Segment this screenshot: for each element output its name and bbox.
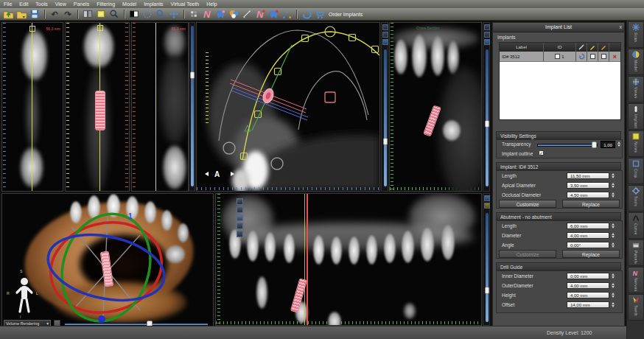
column-header-id[interactable]: ID bbox=[544, 43, 576, 52]
implant-sync-icon[interactable] bbox=[576, 52, 587, 61]
column-header-pencil-yellow-icon[interactable] bbox=[587, 43, 598, 52]
redo-icon[interactable]: ↷ bbox=[62, 9, 74, 20]
slice-handle[interactable] bbox=[97, 25, 103, 31]
implant-lock-cell[interactable] bbox=[598, 52, 609, 61]
transparency-slider-thumb[interactable] bbox=[592, 141, 597, 148]
checkbox[interactable] bbox=[555, 54, 560, 59]
spinner[interactable] bbox=[611, 223, 615, 229]
spinner[interactable] bbox=[611, 172, 615, 179]
pano-tool-button[interactable] bbox=[237, 223, 243, 229]
menu-model[interactable]: Model bbox=[122, 1, 136, 7]
slice-step-button[interactable] bbox=[484, 32, 490, 38]
replace-button[interactable]: Replace bbox=[562, 200, 620, 208]
save-icon[interactable] bbox=[29, 9, 41, 20]
spinner[interactable] bbox=[611, 232, 615, 239]
open-icon[interactable] bbox=[15, 9, 27, 20]
nerve-edit-icon[interactable]: N bbox=[254, 9, 266, 20]
implant-visible-cell[interactable] bbox=[587, 52, 598, 61]
spinner[interactable] bbox=[611, 242, 615, 248]
tooth-place-icon[interactable] bbox=[214, 9, 226, 20]
pano-tool-button[interactable] bbox=[237, 198, 243, 205]
implant-shape[interactable] bbox=[95, 91, 105, 130]
pano-tool-button[interactable] bbox=[237, 206, 243, 213]
viewport-cross-section-2[interactable] bbox=[65, 22, 130, 192]
implant-id-cell[interactable]: 1 bbox=[544, 52, 576, 61]
virtual-tooth-marker[interactable] bbox=[325, 92, 335, 102]
apical-diameter-input[interactable]: 3,50 mm bbox=[567, 182, 609, 189]
slice-indicator-line[interactable] bbox=[155, 23, 156, 191]
slice-play-button[interactable] bbox=[382, 39, 388, 45]
spinner[interactable] bbox=[611, 282, 615, 289]
layout-icon[interactable] bbox=[82, 9, 94, 20]
outer-diameter-input[interactable]: 4,00 mm bbox=[567, 282, 609, 289]
angle-measure-icon[interactable] bbox=[281, 9, 293, 20]
menu-help[interactable]: Help bbox=[206, 1, 217, 7]
scrollbar-thumb[interactable] bbox=[383, 138, 388, 145]
slice-step-button[interactable] bbox=[382, 32, 388, 38]
abutment-length-input[interactable]: 6,00 mm bbox=[567, 223, 609, 229]
undo-icon[interactable]: ↶ bbox=[49, 9, 60, 20]
select-region-icon[interactable] bbox=[141, 9, 153, 20]
column-header-label[interactable]: Label bbox=[500, 43, 544, 52]
slice-step-button[interactable] bbox=[484, 24, 490, 30]
checkbox[interactable] bbox=[590, 54, 595, 59]
slice-indicator-yellow[interactable] bbox=[304, 194, 305, 325]
tab-model[interactable]: Model bbox=[628, 49, 644, 75]
menu-implants[interactable]: Implants bbox=[144, 1, 163, 7]
inner-diameter-input[interactable]: 0,00 mm bbox=[567, 273, 609, 279]
nerve-draw-icon[interactable]: N bbox=[201, 9, 213, 20]
abutment-customize-button[interactable]: Customize bbox=[499, 250, 556, 258]
column-header-probe-icon[interactable] bbox=[576, 43, 587, 52]
implant-outline-checkbox[interactable]: ✓ bbox=[539, 150, 544, 155]
tab-implant[interactable]: Implant bbox=[628, 103, 644, 130]
offset-input[interactable]: 14,00 mm bbox=[567, 301, 609, 308]
transparency-slider-track[interactable] bbox=[537, 144, 598, 147]
abutment-replace-button[interactable]: Replace bbox=[562, 250, 620, 258]
menu-file[interactable]: File bbox=[4, 1, 12, 7]
scrollbar-track[interactable] bbox=[384, 49, 387, 186]
spinner[interactable] bbox=[611, 301, 615, 308]
gizmo-handle-sphere[interactable] bbox=[98, 315, 105, 323]
abutment-angle-input[interactable]: 0,00° bbox=[567, 242, 609, 248]
zoom-icon[interactable] bbox=[108, 9, 120, 20]
menu-view[interactable]: View bbox=[55, 1, 66, 7]
spinner[interactable] bbox=[611, 292, 615, 298]
reset-view-icon[interactable] bbox=[301, 9, 312, 20]
scrollbar-track[interactable] bbox=[486, 213, 489, 322]
spinner[interactable] bbox=[611, 192, 615, 198]
scrollbar-thumb[interactable] bbox=[485, 287, 489, 294]
tab-scan[interactable]: Scan bbox=[628, 21, 644, 48]
scrollbar-track[interactable] bbox=[486, 49, 489, 186]
color-model-icon[interactable] bbox=[228, 9, 239, 20]
tab-crop[interactable]: Crop bbox=[628, 158, 644, 184]
contrast-icon[interactable] bbox=[128, 9, 140, 20]
viewport-3d-volume[interactable]: 1 S R L I Volume Rendering▾ bbox=[1, 193, 214, 330]
slice-indicator-red[interactable] bbox=[307, 194, 308, 325]
menu-edit[interactable]: Edit bbox=[19, 1, 28, 7]
tab-views[interactable]: Views bbox=[628, 76, 644, 102]
menu-tools[interactable]: Tools bbox=[35, 1, 47, 7]
viewport-cross-section-main[interactable]: Cross Section bbox=[389, 22, 482, 192]
customize-button[interactable]: Customize bbox=[499, 200, 556, 208]
tab-notes[interactable]: Notes bbox=[628, 130, 644, 157]
checkbox[interactable] bbox=[601, 54, 606, 59]
length-input[interactable]: 11,50 mm bbox=[567, 172, 609, 179]
scrollbar-thumb[interactable] bbox=[190, 71, 195, 79]
height-input[interactable]: 4,00 mm bbox=[567, 292, 609, 298]
slice-step-button[interactable] bbox=[484, 203, 490, 209]
slice-step-button[interactable] bbox=[484, 195, 490, 201]
order-implants-cart-icon[interactable] bbox=[314, 9, 326, 20]
window-icon[interactable] bbox=[95, 9, 107, 20]
scrollbar-track[interactable] bbox=[191, 26, 194, 186]
viewport-axial[interactable]: A bbox=[196, 22, 380, 192]
slice-indicator-line[interactable] bbox=[32, 23, 32, 191]
menu-virtual-teeth[interactable]: Virtual Teeth bbox=[171, 1, 200, 7]
pano-tool-button[interactable] bbox=[237, 231, 243, 237]
delete-implant-button[interactable]: × bbox=[609, 52, 620, 61]
tab-nerves[interactable]: NNerves bbox=[628, 267, 644, 293]
column-header-pencil-orange-icon[interactable] bbox=[598, 43, 609, 52]
zoom-region-icon[interactable] bbox=[155, 9, 167, 20]
order-implants-button[interactable]: Order Implants bbox=[329, 12, 363, 17]
tab-teeth[interactable]: Teeth bbox=[628, 294, 644, 321]
scrollbar-thumb[interactable] bbox=[485, 120, 489, 127]
